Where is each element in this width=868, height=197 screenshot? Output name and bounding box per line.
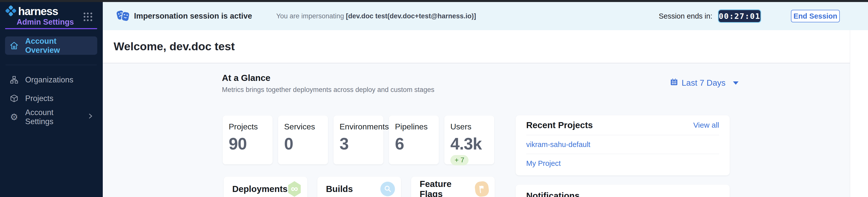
recent-projects-title: Recent Projects	[526, 120, 593, 130]
project-link[interactable]: vikram-sahu-default	[526, 141, 590, 149]
recent-projects-panel: Recent Projects View all vikram-sahu-def…	[516, 115, 730, 175]
logo-wordmark: harness	[18, 5, 58, 17]
module-title: Feature Flags	[420, 179, 475, 197]
window-top-strip	[0, 0, 868, 2]
page-title: Welcome, dev.doc test	[114, 40, 235, 53]
module-title: Deployments	[232, 184, 288, 194]
sidebar-item-label: Projects	[25, 94, 53, 103]
metric-label: Environments	[340, 122, 377, 131]
at-a-glance-title: At a Glance	[222, 73, 434, 83]
metric-value: 90	[229, 135, 267, 152]
module-cards-row: Deployments ∞ Builds Feature Flags	[224, 176, 495, 197]
metric-value: 4.3k	[451, 135, 488, 152]
sidebar-accent-rule	[5, 28, 97, 29]
welcome-band: Welcome, dev.doc test	[103, 30, 868, 63]
sidebar-nav: Account Overview Organizations	[5, 36, 97, 126]
at-a-glance-subtitle: Metrics brings together deployments acro…	[222, 86, 434, 94]
metric-label: Services	[284, 122, 322, 131]
harness-logo[interactable]: harness	[5, 5, 58, 17]
module-title: Builds	[326, 184, 353, 194]
banner-subtitle-prefix: You are impersonating	[276, 12, 346, 20]
flag-icon	[474, 181, 489, 197]
sidebar-divider	[5, 65, 97, 65]
sidebar-item-account-settings[interactable]: ⚙ Account Settings	[5, 108, 97, 126]
sidebar-item-organizations[interactable]: Organizations	[5, 71, 97, 89]
sitemap-icon	[9, 76, 19, 84]
home-icon	[9, 41, 19, 50]
metric-value: 0	[284, 135, 322, 152]
sidebar: harness Admin Settings Account Overview	[0, 0, 103, 197]
at-a-glance-header: At a Glance Metrics brings together depl…	[222, 73, 434, 94]
chevron-right-icon	[88, 112, 93, 122]
metric-label: Users	[451, 122, 488, 131]
build-search-icon	[380, 182, 395, 196]
notifications-panel: Notifications	[516, 185, 730, 197]
theater-masks-icon	[116, 9, 130, 24]
sidebar-subtitle: Admin Settings	[17, 17, 74, 27]
sidebar-item-label: Account Overview	[25, 37, 93, 55]
scroll-gutter[interactable]	[850, 30, 868, 197]
impersonated-user: [dev.doc test(dev.doc+test@harness.io)]	[346, 12, 476, 20]
harness-logo-icon	[5, 5, 17, 17]
end-session-button[interactable]: End Session	[791, 10, 840, 23]
sidebar-item-account-overview[interactable]: Account Overview	[5, 36, 97, 55]
sidebar-item-label: Account Settings	[25, 108, 82, 126]
date-range-value: Last 7 Days	[682, 78, 725, 88]
date-range-filter[interactable]: Last 7 Days	[670, 78, 739, 88]
metric-card-services[interactable]: Services 0	[278, 116, 328, 164]
app-switcher-grid-icon[interactable]	[84, 12, 92, 21]
gear-icon: ⚙	[9, 113, 19, 122]
pipeline-infinity-icon: ∞	[288, 181, 301, 197]
main-content: At a Glance Metrics brings together depl…	[103, 63, 868, 197]
project-link[interactable]: My Project	[526, 159, 561, 168]
metric-value: 3	[340, 135, 377, 152]
cube-icon	[9, 94, 19, 103]
metric-card-projects[interactable]: Projects 90	[223, 116, 273, 164]
recent-projects-header: Recent Projects View all	[516, 115, 730, 135]
metric-card-pipelines[interactable]: Pipelines 6	[389, 116, 439, 164]
module-card-builds[interactable]: Builds	[317, 176, 401, 197]
users-delta-badge: + 7	[451, 155, 468, 165]
session-controls: Session ends in: 00:27:01 End Session	[659, 9, 840, 23]
impersonation-banner: Impersonation session is active You are …	[103, 2, 868, 30]
module-card-deployments[interactable]: Deployments ∞	[224, 176, 307, 197]
session-countdown-timer: 00:27:01	[718, 9, 761, 23]
sidebar-item-label: Organizations	[25, 75, 73, 84]
caret-down-icon	[733, 81, 739, 85]
notifications-title: Notifications	[526, 191, 719, 197]
recent-project-row[interactable]: vikram-sahu-default	[516, 135, 730, 154]
metric-value: 6	[395, 135, 433, 152]
view-all-link[interactable]: View all	[693, 121, 719, 129]
metric-card-users[interactable]: Users 4.3k + 7	[444, 116, 494, 164]
calendar-icon	[670, 78, 678, 88]
sidebar-item-projects[interactable]: Projects	[5, 89, 97, 108]
metric-label: Projects	[229, 122, 267, 131]
banner-title: Impersonation session is active	[134, 11, 252, 21]
metric-card-environments[interactable]: Environments 3	[334, 116, 383, 164]
module-card-feature-flags[interactable]: Feature Flags	[411, 176, 495, 197]
metric-cards-row: Projects 90 Services 0 Environments 3 Pi…	[223, 116, 494, 164]
recent-project-row[interactable]: My Project	[516, 154, 730, 172]
metric-label: Pipelines	[395, 122, 433, 131]
session-ends-label: Session ends in:	[659, 12, 712, 21]
banner-subtitle: You are impersonating [dev.doc test(dev.…	[276, 12, 476, 20]
